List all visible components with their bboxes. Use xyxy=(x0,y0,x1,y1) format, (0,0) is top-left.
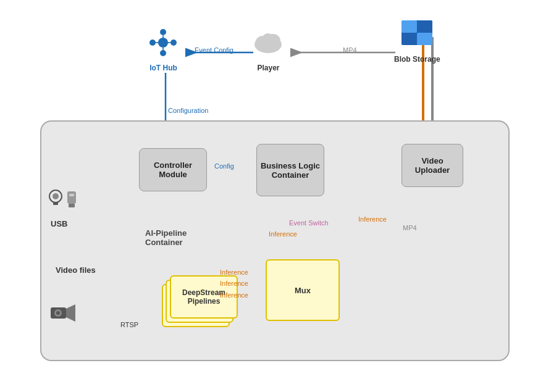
event-config-label: Event Config xyxy=(195,46,233,54)
svg-marker-48 xyxy=(66,304,75,322)
inference4-label: Inference xyxy=(269,230,297,238)
mp4-bottom-label: MP4 xyxy=(403,224,417,231)
mux-box: Mux xyxy=(266,259,340,321)
inference2-label: Inference xyxy=(220,280,248,287)
player-group: Player xyxy=(251,26,285,72)
svg-point-20 xyxy=(160,29,166,35)
deepstream-label: DeepStream Pipelines xyxy=(182,288,225,306)
business-logic-label: Business Logic Container xyxy=(257,161,324,180)
usb-label: USB xyxy=(51,219,67,228)
blob-storage-group: Blob Storage xyxy=(394,17,440,64)
configuration-label: Configuration xyxy=(168,107,208,114)
svg-rect-38 xyxy=(417,20,432,33)
svg-rect-39 xyxy=(401,33,417,45)
controller-module-label: Controller Module xyxy=(154,161,192,179)
svg-rect-45 xyxy=(69,204,75,207)
usb-drive-icon xyxy=(65,191,78,212)
svg-point-22 xyxy=(149,40,156,46)
svg-rect-43 xyxy=(53,202,58,205)
iot-hub-label: IoT Hub xyxy=(146,64,180,72)
inference1-label: Inference xyxy=(220,269,248,276)
inference3-label: Inference xyxy=(220,291,248,299)
blob-storage-label: Blob Storage xyxy=(394,55,440,64)
player-label: Player xyxy=(251,64,285,72)
rtsp-label: RTSP xyxy=(120,321,138,328)
iot-hub-icon xyxy=(146,26,180,60)
svg-rect-44 xyxy=(67,191,76,204)
player-icon xyxy=(251,26,285,60)
mux-label: Mux xyxy=(295,286,311,295)
svg-point-50 xyxy=(56,311,60,315)
svg-point-42 xyxy=(53,193,59,199)
video-uploader-label: Video Uploader xyxy=(415,156,450,175)
svg-rect-37 xyxy=(401,20,417,33)
controller-module-box: Controller Module xyxy=(139,148,207,191)
svg-rect-40 xyxy=(417,33,432,45)
svg-point-19 xyxy=(158,38,168,48)
svg-point-23 xyxy=(160,50,166,56)
inference5-label: Inference xyxy=(358,215,387,223)
ai-pipeline-label: AI-Pipeline Container xyxy=(145,228,187,247)
rtsp-camera-icon xyxy=(48,301,78,328)
video-uploader-box: Video Uploader xyxy=(401,144,463,187)
blob-storage-icon xyxy=(398,17,435,51)
mp4-top-label: MP4 xyxy=(343,46,357,54)
svg-point-35 xyxy=(262,33,274,46)
iot-hub-group: IoT Hub xyxy=(146,26,180,72)
diagram: Configuration down to Controller --> Con… xyxy=(0,0,559,392)
svg-rect-46 xyxy=(69,194,74,196)
svg-point-21 xyxy=(170,40,177,46)
event-switch-label: Event Switch xyxy=(289,219,329,227)
config1-label: Config xyxy=(214,162,234,170)
business-logic-box: Business Logic Container xyxy=(256,144,324,196)
usb-icons xyxy=(46,188,65,208)
video-files-label: Video files xyxy=(56,265,96,275)
